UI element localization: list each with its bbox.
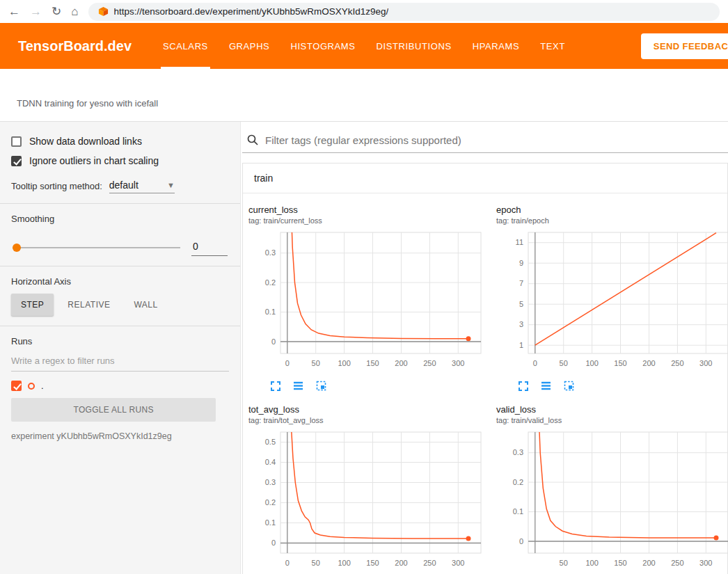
ignore-outliers-checkbox[interactable] <box>11 156 22 166</box>
tag-filter-input[interactable] <box>265 134 725 146</box>
axis-relative-button[interactable]: RELATIVE <box>58 294 120 316</box>
svg-text:0: 0 <box>271 539 276 547</box>
toggle-all-runs-button[interactable]: TOGGLE ALL RUNS <box>11 398 216 422</box>
svg-text:100: 100 <box>585 559 598 567</box>
log-scale-icon[interactable] <box>292 380 304 392</box>
svg-text:7: 7 <box>519 279 523 287</box>
tooltip-sorting-select[interactable]: default ▼ <box>109 179 175 193</box>
chart-plot[interactable]: 05010015020025030000.10.20.30.40.5 <box>248 429 492 574</box>
tab-text[interactable]: TEXT <box>530 23 576 69</box>
chart-canvas[interactable]: 0501001502002503001357911 <box>496 229 728 372</box>
svg-text:0.1: 0.1 <box>265 518 276 527</box>
svg-text:150: 150 <box>366 359 379 367</box>
chart-canvas[interactable]: 05010015020025030000.10.20.3 <box>248 229 486 372</box>
ignore-outliers-row[interactable]: Ignore outliers in chart scaling <box>11 155 229 166</box>
divider <box>0 326 240 326</box>
back-icon[interactable]: ← <box>8 6 20 17</box>
chart-tag: tag: train/epoch <box>496 216 728 225</box>
svg-text:0.1: 0.1 <box>513 507 523 516</box>
experiment-description-bar: TDNN training for yesno with icefall <box>0 69 728 122</box>
svg-text:0: 0 <box>271 337 276 346</box>
run-checkbox[interactable] <box>11 381 22 391</box>
chart-card-valid_loss: valid_losstag: train/valid_loss501001502… <box>492 404 728 574</box>
home-icon[interactable]: ⌂ <box>71 6 78 17</box>
browser-window: ← → ↻ ⌂ https://tensorboard.dev/experime… <box>0 0 728 574</box>
run-row[interactable]: . <box>11 381 229 391</box>
chart-title: tot_avg_loss <box>248 404 492 415</box>
fit-domain-icon[interactable] <box>563 380 575 392</box>
svg-text:11: 11 <box>516 238 523 246</box>
tab-histograms[interactable]: HISTOGRAMS <box>280 23 365 69</box>
svg-text:200: 200 <box>642 559 655 567</box>
svg-text:0.2: 0.2 <box>513 478 523 486</box>
chart-title: current_loss <box>248 205 492 215</box>
send-feedback-button[interactable]: SEND FEEDBACK <box>641 33 728 59</box>
show-download-links-row[interactable]: Show data download links <box>11 136 229 147</box>
experiment-description: TDNN training for yesno with icefall <box>17 98 158 109</box>
chart-tag: tag: train/tot_avg_loss <box>248 416 492 424</box>
chart-title: epoch <box>496 205 728 215</box>
axis-step-button[interactable]: STEP <box>11 294 54 316</box>
address-bar[interactable]: https://tensorboard.dev/experiment/yKUbh… <box>88 3 720 21</box>
tab-distributions[interactable]: DISTRIBUTIONS <box>366 23 462 69</box>
chart-plot[interactable]: 5010015020025030000.10.20.3 <box>496 429 728 574</box>
chart-toolbar <box>248 375 492 392</box>
svg-text:5: 5 <box>519 300 523 308</box>
forward-icon[interactable]: → <box>30 6 42 17</box>
svg-text:250: 250 <box>671 559 683 567</box>
reload-icon[interactable]: ↻ <box>52 6 61 17</box>
log-scale-icon[interactable] <box>540 380 552 392</box>
tab-hparams[interactable]: HPARAMS <box>462 23 530 69</box>
svg-text:0.2: 0.2 <box>265 278 276 287</box>
svg-text:0.1: 0.1 <box>265 308 276 316</box>
tooltip-sorting-row: Tooltip sorting method: default ▼ <box>11 179 229 193</box>
svg-text:200: 200 <box>395 559 407 567</box>
fit-domain-icon[interactable] <box>315 380 327 392</box>
nav-tabs: SCALARS GRAPHS HISTOGRAMS DISTRIBUTIONS … <box>152 23 576 69</box>
svg-text:0.3: 0.3 <box>513 448 523 456</box>
run-name: . <box>41 381 44 391</box>
svg-text:100: 100 <box>585 359 598 367</box>
smoothing-value[interactable]: 0 <box>191 239 228 256</box>
tooltip-sorting-label: Tooltip sorting method: <box>11 181 102 193</box>
tab-scalars[interactable]: SCALARS <box>152 23 219 69</box>
svg-text:50: 50 <box>560 359 568 367</box>
expand-chart-icon[interactable] <box>517 380 529 392</box>
url-text: https://tensorboard.dev/experiment/yKUbh… <box>114 6 389 17</box>
chevron-down-icon: ▼ <box>167 181 175 189</box>
smoothing-slider[interactable] <box>13 247 180 248</box>
search-icon <box>246 134 259 146</box>
runs-filter-input[interactable] <box>11 351 229 372</box>
svg-text:150: 150 <box>366 559 379 567</box>
show-download-links-checkbox[interactable] <box>11 136 22 147</box>
svg-text:0: 0 <box>519 537 523 545</box>
browser-toolbar: ← → ↻ ⌂ https://tensorboard.dev/experime… <box>0 0 728 23</box>
chart-card-current_loss: current_losstag: train/current_loss05010… <box>244 205 492 392</box>
smoothing-slider-thumb[interactable] <box>13 244 21 252</box>
tooltip-sorting-value: default <box>109 180 139 191</box>
svg-text:0.4: 0.4 <box>265 458 276 466</box>
tab-graphs[interactable]: GRAPHS <box>219 23 280 69</box>
chart-plot[interactable]: 0501001502002503001357911 <box>496 229 728 375</box>
chart-canvas[interactable]: 5010015020025030000.10.20.3 <box>496 429 728 572</box>
axis-wall-button[interactable]: WALL <box>124 294 167 316</box>
train-section-card: train current_losstag: train/current_los… <box>242 163 728 574</box>
scalars-dashboard: train current_losstag: train/current_los… <box>241 122 728 574</box>
svg-text:1: 1 <box>519 341 523 349</box>
brand-logo: TensorBoard.dev <box>0 23 132 69</box>
svg-text:200: 200 <box>395 359 407 367</box>
svg-text:0.3: 0.3 <box>265 248 276 257</box>
train-section-header[interactable]: train <box>243 164 727 193</box>
svg-text:300: 300 <box>699 559 712 567</box>
svg-text:3: 3 <box>519 320 523 328</box>
chart-title: valid_loss <box>496 404 728 415</box>
charts-grid: current_losstag: train/current_loss05010… <box>243 193 727 574</box>
svg-text:0: 0 <box>285 559 290 567</box>
content-area: Show data download links Ignore outliers… <box>0 122 728 574</box>
chart-canvas[interactable]: 05010015020025030000.10.20.30.40.5 <box>248 429 486 572</box>
svg-text:0.3: 0.3 <box>265 478 276 486</box>
expand-chart-icon[interactable] <box>269 380 281 392</box>
settings-sidebar: Show data download links Ignore outliers… <box>0 122 241 574</box>
chart-plot[interactable]: 05010015020025030000.10.20.3 <box>248 229 492 375</box>
svg-text:100: 100 <box>338 359 350 367</box>
